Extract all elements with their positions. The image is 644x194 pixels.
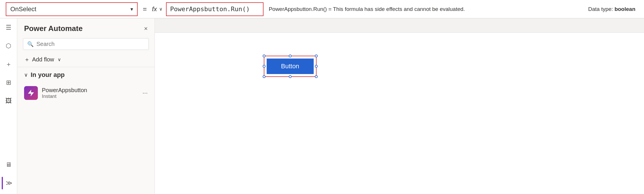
chevron-down-icon: ▾ xyxy=(130,6,133,12)
add-flow-label: Add flow xyxy=(32,56,54,63)
formula-info-text: PowerAppsbutton.Run() = This formula has… xyxy=(269,6,465,12)
active-indicator xyxy=(2,177,3,189)
main-area: ☰ ⬡ ＋ ⊞ 🖼 🖥 ≫ xyxy=(0,18,644,194)
sidebar-icon-add[interactable]: ＋ xyxy=(2,58,15,71)
formula-bar: OnSelect ▾ = fx ∨ PowerAppsbutton.Run() … xyxy=(0,0,644,18)
canvas-content[interactable]: Button xyxy=(155,33,644,194)
pa-panel-header: Power Automate × xyxy=(17,18,155,36)
in-your-app-row[interactable]: ∨ In your app xyxy=(17,67,155,83)
flow-info: PowerAppsbutton Instant xyxy=(42,87,138,99)
canvas-area: Button xyxy=(155,18,644,194)
sidebar-icon-power-automate[interactable]: ≫ xyxy=(3,177,15,189)
flow-icon xyxy=(24,86,38,100)
active-icon-wrapper: ≫ xyxy=(2,177,15,189)
handle-top-left[interactable] xyxy=(263,55,266,57)
sidebar-icon-hamburger[interactable]: ☰ xyxy=(2,21,15,34)
property-dropdown[interactable]: OnSelect ▾ xyxy=(6,2,138,16)
sidebar-icon-screen[interactable]: 🖥 xyxy=(2,158,15,171)
sidebar-icon-data[interactable]: ⊞ xyxy=(2,76,15,89)
fx-section: fx ∨ xyxy=(152,5,166,13)
flow-name: PowerAppsbutton xyxy=(42,87,138,94)
search-input[interactable] xyxy=(36,41,145,47)
data-type-label: Data type: boolean xyxy=(588,6,635,12)
flow-item[interactable]: PowerAppsbutton Instant ··· xyxy=(17,83,155,103)
pa-panel-title: Power Automate xyxy=(24,24,83,33)
canvas-button-element[interactable]: Button xyxy=(267,59,314,74)
canvas-top-bar xyxy=(155,18,644,33)
hamburger-icon: ☰ xyxy=(6,24,11,31)
sidebar-icon-layers[interactable]: ⬡ xyxy=(2,40,15,52)
canvas-selected-element: Button xyxy=(264,56,317,77)
pa-panel-close-button[interactable]: × xyxy=(144,25,148,32)
formula-value: PowerAppsbutton.Run() xyxy=(170,5,250,13)
handle-top-middle[interactable] xyxy=(289,55,292,57)
fx-chevron-icon: ∨ xyxy=(159,6,163,12)
handle-bottom-middle[interactable] xyxy=(289,75,292,78)
icon-sidebar-bottom: 🖥 ≫ xyxy=(2,158,15,194)
chevron-down-icon: ∨ xyxy=(58,57,61,62)
property-dropdown-label: OnSelect xyxy=(10,5,36,13)
icon-sidebar: ☰ ⬡ ＋ ⊞ 🖼 🖥 ≫ xyxy=(0,18,17,194)
pa-panel: Power Automate × 🔍 ＋ Add flow ∨ ∨ In you… xyxy=(17,18,155,194)
handle-top-right[interactable] xyxy=(315,55,318,57)
add-icon: ＋ xyxy=(5,60,12,69)
chevron-down-icon: ∨ xyxy=(24,72,28,78)
app-root: OnSelect ▾ = fx ∨ PowerAppsbutton.Run() … xyxy=(0,0,644,194)
data-type-value: boolean xyxy=(614,6,635,12)
handle-middle-left[interactable] xyxy=(263,65,266,68)
screen-icon: 🖥 xyxy=(5,161,12,168)
handle-middle-right[interactable] xyxy=(315,65,318,68)
sidebar-icon-media[interactable]: 🖼 xyxy=(2,95,15,107)
fx-label: fx xyxy=(152,5,157,13)
flow-more-button[interactable]: ··· xyxy=(143,89,148,97)
handle-bottom-left[interactable] xyxy=(263,75,266,78)
handle-bottom-right[interactable] xyxy=(315,75,318,78)
pa-search-box[interactable]: 🔍 xyxy=(23,38,149,50)
layers-icon: ⬡ xyxy=(6,42,11,50)
power-automate-icon: ≫ xyxy=(6,179,12,187)
formula-info: PowerAppsbutton.Run() = This formula has… xyxy=(269,6,588,12)
power-automate-logo-icon xyxy=(27,89,35,97)
in-your-app-label: In your app xyxy=(31,71,65,79)
search-icon: 🔍 xyxy=(27,41,34,47)
formula-input[interactable]: PowerAppsbutton.Run() xyxy=(166,2,264,16)
add-icon: ＋ xyxy=(24,56,30,63)
database-icon: ⊞ xyxy=(6,79,11,86)
flow-type: Instant xyxy=(42,94,138,99)
data-type-key: Data type: xyxy=(588,6,613,12)
equals-sign: = xyxy=(143,5,147,13)
add-flow-row[interactable]: ＋ Add flow ∨ xyxy=(17,52,155,67)
media-icon: 🖼 xyxy=(5,97,12,105)
canvas-button-wrapper: Button xyxy=(264,56,317,77)
